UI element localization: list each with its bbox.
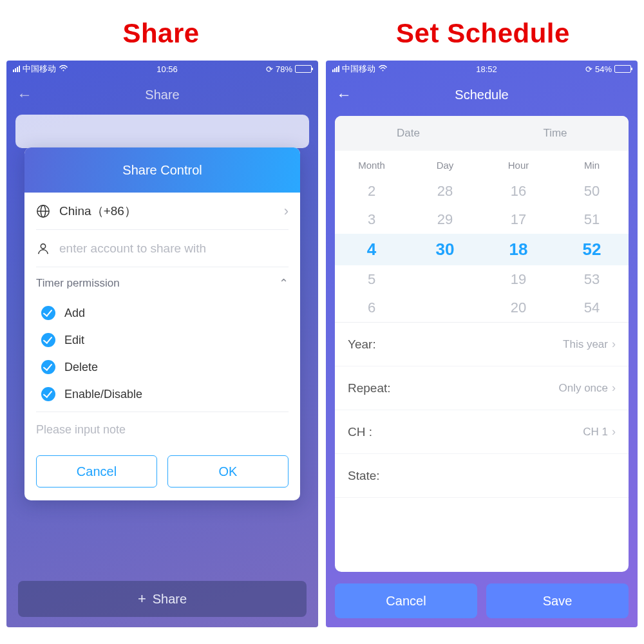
status-time: 10:56 xyxy=(68,64,266,74)
picker-cell[interactable]: 53 xyxy=(555,265,629,294)
repeat-value: Only once xyxy=(558,382,608,395)
perm-label: Enable/Disable xyxy=(64,388,142,401)
chevron-right-icon: › xyxy=(612,337,616,351)
ch-label: CH : xyxy=(348,425,372,439)
chevron-right-icon: › xyxy=(612,425,616,439)
repeat-label: Repeat: xyxy=(348,381,391,395)
perm-label: Edit xyxy=(64,334,84,347)
picker-cell[interactable]: 19 xyxy=(482,265,555,294)
repeat-row[interactable]: Repeat: Only once› xyxy=(335,366,629,410)
battery-pct: 54% xyxy=(595,64,612,74)
picker-header: Day xyxy=(408,153,482,177)
chevron-up-icon: ⌃ xyxy=(279,276,289,290)
perm-add[interactable]: Add xyxy=(41,299,289,327)
timer-permission-header[interactable]: Timer permission ⌃ xyxy=(36,267,289,299)
picker-cell[interactable]: 4 xyxy=(335,234,408,265)
picker-cell[interactable]: 17 xyxy=(482,205,555,234)
status-time: 18:52 xyxy=(388,64,585,74)
wifi-icon xyxy=(59,64,68,74)
picker-cell[interactable]: 20 xyxy=(482,294,555,322)
timer-permission-label: Timer permission xyxy=(36,277,120,290)
check-icon xyxy=(41,333,55,347)
navbar: ← Schedule xyxy=(326,77,638,112)
cancel-button[interactable]: Cancel xyxy=(36,455,157,488)
person-icon xyxy=(36,242,50,256)
check-icon xyxy=(41,360,55,374)
perm-delete[interactable]: Delete xyxy=(41,354,289,381)
tab-time[interactable]: Time xyxy=(482,116,629,151)
perm-edit[interactable]: Edit xyxy=(41,327,289,354)
ch-row[interactable]: CH : CH 1› xyxy=(335,410,629,454)
status-bar: 中国移动 18:52 ⟳ 54% xyxy=(326,61,638,77)
country-row[interactable]: China（+86） › xyxy=(36,193,289,230)
rotation-lock-icon: ⟳ xyxy=(585,64,592,74)
state-label: State: xyxy=(348,469,380,483)
datetime-picker[interactable]: MonthDayHourMin2281650329175143018525·19… xyxy=(335,151,629,322)
navbar: ← Share xyxy=(6,77,318,112)
year-value: This year xyxy=(563,338,608,351)
account-placeholder: enter account to share with xyxy=(59,242,206,256)
state-row[interactable]: State: xyxy=(335,454,629,498)
picker-header: Hour xyxy=(482,153,555,177)
chevron-right-icon: › xyxy=(284,203,289,220)
picker-cell[interactable]: 51 xyxy=(555,205,629,234)
battery-icon xyxy=(614,65,631,73)
picker-cell[interactable]: 18 xyxy=(482,234,555,265)
nav-title: Schedule xyxy=(326,88,638,102)
picker-cell[interactable]: 5 xyxy=(335,265,408,294)
phone-share: 中国移动 10:56 ⟳ 78% ← Share Share Control xyxy=(6,61,318,627)
perm-label: Add xyxy=(64,307,85,320)
picker-cell[interactable]: 2 xyxy=(335,177,408,205)
year-label: Year: xyxy=(348,337,376,352)
check-icon xyxy=(41,306,55,320)
note-placeholder: Please input note xyxy=(36,423,126,437)
svg-point-3 xyxy=(41,243,45,248)
svg-point-4 xyxy=(383,70,384,71)
picker-cell[interactable]: 52 xyxy=(555,234,629,265)
schedule-settings: Year: This year› Repeat: Only once› CH :… xyxy=(335,322,629,498)
picker-cell[interactable]: 6 xyxy=(335,294,408,322)
dialog-title: Share Control xyxy=(24,147,300,193)
picker-cell[interactable]: · xyxy=(408,265,482,294)
globe-icon xyxy=(36,204,50,218)
note-input[interactable]: Please input note xyxy=(36,412,289,448)
back-button[interactable]: ← xyxy=(336,87,352,102)
ok-button[interactable]: OK xyxy=(167,455,289,488)
perm-label: Delete xyxy=(64,361,98,374)
picker-header: Min xyxy=(555,153,629,177)
account-row[interactable]: enter account to share with xyxy=(36,230,289,267)
check-icon xyxy=(41,387,55,401)
rotation-lock-icon: ⟳ xyxy=(266,64,273,74)
permission-list: Add Edit Delete Enable/Disable xyxy=(36,299,289,412)
share-label: Share xyxy=(153,592,187,607)
ch-value: CH 1 xyxy=(583,426,608,439)
picker-cell[interactable]: 54 xyxy=(555,294,629,322)
share-control-dialog: Share Control China（+86） › enter account… xyxy=(24,147,300,500)
tab-date[interactable]: Date xyxy=(335,116,482,151)
schedule-card: Date Time MonthDayHourMin228165032917514… xyxy=(335,116,629,572)
caption-schedule: Set Schedule xyxy=(322,0,644,61)
background-card xyxy=(15,115,309,148)
perm-enable-disable[interactable]: Enable/Disable xyxy=(41,381,289,408)
year-row[interactable]: Year: This year› xyxy=(335,323,629,366)
wifi-icon xyxy=(378,64,388,74)
status-bar: 中国移动 10:56 ⟳ 78% xyxy=(6,61,318,77)
chevron-right-icon: › xyxy=(612,381,616,395)
signal-icon xyxy=(332,66,339,72)
picker-cell[interactable]: 50 xyxy=(555,177,629,205)
plus-icon: + xyxy=(138,591,146,607)
cancel-button[interactable]: Cancel xyxy=(335,583,477,618)
caption-share: Share xyxy=(0,0,322,61)
picker-cell[interactable]: 30 xyxy=(408,234,482,265)
picker-cell[interactable]: 16 xyxy=(482,177,555,205)
picker-cell[interactable]: 3 xyxy=(335,205,408,234)
picker-cell[interactable]: 29 xyxy=(408,205,482,234)
date-time-tabs: Date Time xyxy=(335,116,629,151)
picker-cell[interactable]: · xyxy=(408,294,482,322)
signal-icon xyxy=(13,66,20,72)
share-button[interactable]: + Share xyxy=(18,581,307,617)
nav-title: Share xyxy=(6,88,318,102)
back-button[interactable]: ← xyxy=(17,87,32,102)
picker-cell[interactable]: 28 xyxy=(408,177,482,205)
save-button[interactable]: Save xyxy=(486,583,629,618)
